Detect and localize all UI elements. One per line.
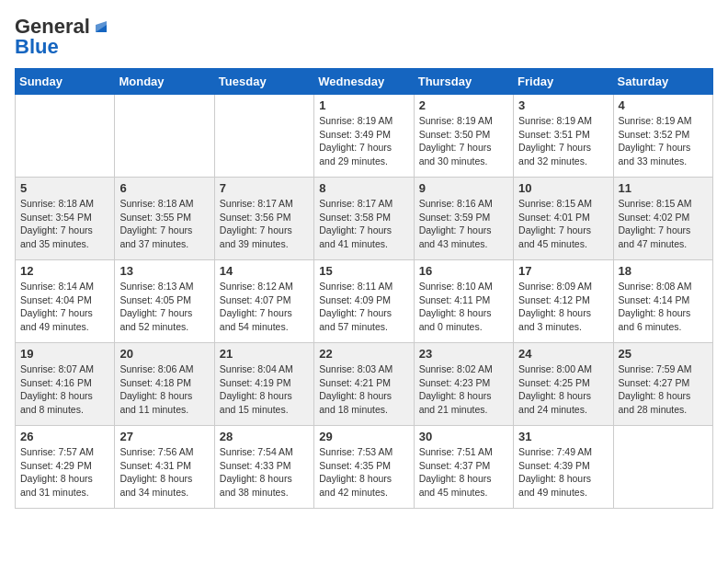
- calendar-day-cell: 13Sunrise: 8:13 AM Sunset: 4:05 PM Dayli…: [115, 260, 214, 343]
- calendar-day-cell: 5Sunrise: 8:18 AM Sunset: 3:54 PM Daylig…: [16, 178, 115, 260]
- calendar-day-cell: 1Sunrise: 8:19 AM Sunset: 3:49 PM Daylig…: [314, 95, 414, 178]
- day-info: Sunrise: 7:59 AM Sunset: 4:27 PM Dayligh…: [619, 362, 708, 417]
- day-number: 13: [119, 264, 209, 278]
- day-info: Sunrise: 8:02 AM Sunset: 4:23 PM Dayligh…: [419, 362, 508, 417]
- day-number: 22: [319, 347, 408, 361]
- day-number: 5: [20, 181, 109, 195]
- day-info: Sunrise: 7:57 AM Sunset: 4:29 PM Dayligh…: [20, 445, 109, 500]
- calendar-weekday-header: Wednesday: [314, 69, 414, 95]
- calendar-day-cell: 3Sunrise: 8:19 AM Sunset: 3:51 PM Daylig…: [514, 95, 613, 178]
- day-info: Sunrise: 8:09 AM Sunset: 4:12 PM Dayligh…: [518, 280, 608, 334]
- day-info: Sunrise: 7:49 AM Sunset: 4:39 PM Dayligh…: [518, 445, 608, 500]
- day-number: 25: [619, 347, 708, 361]
- calendar-weekday-header: Tuesday: [214, 69, 313, 95]
- calendar-day-cell: [115, 95, 214, 178]
- day-info: Sunrise: 8:11 AM Sunset: 4:09 PM Dayligh…: [319, 280, 408, 334]
- day-info: Sunrise: 8:18 AM Sunset: 3:55 PM Dayligh…: [119, 197, 209, 251]
- page-header: General Blue: [15, 15, 713, 59]
- logo-blue-text: Blue: [15, 35, 59, 59]
- day-info: Sunrise: 8:13 AM Sunset: 4:05 PM Dayligh…: [119, 280, 209, 334]
- day-number: 9: [419, 181, 508, 195]
- calendar-day-cell: 16Sunrise: 8:10 AM Sunset: 4:11 PM Dayli…: [414, 260, 513, 343]
- calendar-day-cell: 11Sunrise: 8:15 AM Sunset: 4:02 PM Dayli…: [613, 178, 712, 260]
- calendar-day-cell: 14Sunrise: 8:12 AM Sunset: 4:07 PM Dayli…: [214, 260, 313, 343]
- logo: General Blue: [15, 15, 110, 59]
- day-number: 31: [518, 430, 608, 443]
- day-number: 26: [20, 430, 109, 443]
- calendar-day-cell: 21Sunrise: 8:04 AM Sunset: 4:19 PM Dayli…: [214, 343, 313, 426]
- day-number: 20: [119, 347, 209, 361]
- calendar-day-cell: 25Sunrise: 7:59 AM Sunset: 4:27 PM Dayli…: [613, 343, 712, 426]
- day-info: Sunrise: 8:17 AM Sunset: 3:58 PM Dayligh…: [319, 197, 408, 251]
- day-info: Sunrise: 7:54 AM Sunset: 4:33 PM Dayligh…: [220, 445, 309, 500]
- day-number: 21: [220, 347, 309, 361]
- calendar-day-cell: 31Sunrise: 7:49 AM Sunset: 4:39 PM Dayli…: [514, 426, 613, 509]
- day-number: 6: [119, 181, 209, 195]
- calendar-day-cell: [214, 95, 313, 178]
- calendar-day-cell: [613, 426, 712, 509]
- calendar-weekday-header: Sunday: [16, 69, 115, 95]
- calendar-day-cell: [16, 95, 115, 178]
- day-info: Sunrise: 8:19 AM Sunset: 3:51 PM Dayligh…: [518, 114, 608, 168]
- calendar-week-row: 19Sunrise: 8:07 AM Sunset: 4:16 PM Dayli…: [16, 343, 713, 426]
- calendar-day-cell: 19Sunrise: 8:07 AM Sunset: 4:16 PM Dayli…: [16, 343, 115, 426]
- calendar-day-cell: 18Sunrise: 8:08 AM Sunset: 4:14 PM Dayli…: [613, 260, 712, 343]
- calendar-day-cell: 6Sunrise: 8:18 AM Sunset: 3:55 PM Daylig…: [115, 178, 214, 260]
- day-info: Sunrise: 8:19 AM Sunset: 3:50 PM Dayligh…: [419, 114, 508, 168]
- day-number: 30: [419, 430, 508, 443]
- day-info: Sunrise: 8:15 AM Sunset: 4:01 PM Dayligh…: [518, 197, 608, 251]
- day-number: 3: [518, 98, 608, 112]
- calendar-week-row: 1Sunrise: 8:19 AM Sunset: 3:49 PM Daylig…: [16, 95, 713, 178]
- day-info: Sunrise: 8:08 AM Sunset: 4:14 PM Dayligh…: [619, 280, 708, 334]
- day-info: Sunrise: 8:19 AM Sunset: 3:52 PM Dayligh…: [619, 114, 708, 168]
- day-info: Sunrise: 8:14 AM Sunset: 4:04 PM Dayligh…: [20, 280, 109, 334]
- calendar-day-cell: 2Sunrise: 8:19 AM Sunset: 3:50 PM Daylig…: [414, 95, 513, 178]
- day-number: 18: [619, 264, 708, 278]
- day-info: Sunrise: 8:10 AM Sunset: 4:11 PM Dayligh…: [419, 280, 508, 334]
- day-info: Sunrise: 8:07 AM Sunset: 4:16 PM Dayligh…: [20, 362, 109, 417]
- day-number: 8: [319, 181, 408, 195]
- logo-triangle-icon: [92, 17, 110, 36]
- calendar-day-cell: 20Sunrise: 8:06 AM Sunset: 4:18 PM Dayli…: [115, 343, 214, 426]
- day-number: 12: [20, 264, 109, 278]
- day-info: Sunrise: 8:18 AM Sunset: 3:54 PM Dayligh…: [20, 197, 109, 251]
- calendar-weekday-header: Thursday: [414, 69, 513, 95]
- day-number: 4: [619, 98, 708, 112]
- calendar-day-cell: 26Sunrise: 7:57 AM Sunset: 4:29 PM Dayli…: [16, 426, 115, 509]
- calendar-day-cell: 28Sunrise: 7:54 AM Sunset: 4:33 PM Dayli…: [214, 426, 313, 509]
- calendar-weekday-header: Saturday: [613, 69, 712, 95]
- calendar-day-cell: 10Sunrise: 8:15 AM Sunset: 4:01 PM Dayli…: [514, 178, 613, 260]
- day-number: 2: [419, 98, 508, 112]
- calendar-day-cell: 7Sunrise: 8:17 AM Sunset: 3:56 PM Daylig…: [214, 178, 313, 260]
- calendar-day-cell: 15Sunrise: 8:11 AM Sunset: 4:09 PM Dayli…: [314, 260, 414, 343]
- day-number: 7: [220, 181, 309, 195]
- day-number: 19: [20, 347, 109, 361]
- calendar-header-row: SundayMondayTuesdayWednesdayThursdayFrid…: [16, 69, 713, 95]
- day-info: Sunrise: 8:00 AM Sunset: 4:25 PM Dayligh…: [518, 362, 608, 417]
- day-info: Sunrise: 7:53 AM Sunset: 4:35 PM Dayligh…: [319, 445, 408, 500]
- calendar-day-cell: 24Sunrise: 8:00 AM Sunset: 4:25 PM Dayli…: [514, 343, 613, 426]
- day-info: Sunrise: 8:12 AM Sunset: 4:07 PM Dayligh…: [220, 280, 309, 334]
- calendar-table: SundayMondayTuesdayWednesdayThursdayFrid…: [15, 68, 713, 509]
- calendar-day-cell: 4Sunrise: 8:19 AM Sunset: 3:52 PM Daylig…: [613, 95, 712, 178]
- day-number: 23: [419, 347, 508, 361]
- day-number: 17: [518, 264, 608, 278]
- day-info: Sunrise: 8:19 AM Sunset: 3:49 PM Dayligh…: [319, 114, 408, 168]
- calendar-day-cell: 30Sunrise: 7:51 AM Sunset: 4:37 PM Dayli…: [414, 426, 513, 509]
- day-info: Sunrise: 8:17 AM Sunset: 3:56 PM Dayligh…: [220, 197, 309, 251]
- calendar-day-cell: 12Sunrise: 8:14 AM Sunset: 4:04 PM Dayli…: [16, 260, 115, 343]
- calendar-week-row: 5Sunrise: 8:18 AM Sunset: 3:54 PM Daylig…: [16, 178, 713, 260]
- day-info: Sunrise: 8:06 AM Sunset: 4:18 PM Dayligh…: [119, 362, 209, 417]
- day-number: 24: [518, 347, 608, 361]
- day-info: Sunrise: 8:03 AM Sunset: 4:21 PM Dayligh…: [319, 362, 408, 417]
- day-number: 14: [220, 264, 309, 278]
- calendar-weekday-header: Monday: [115, 69, 214, 95]
- day-info: Sunrise: 7:51 AM Sunset: 4:37 PM Dayligh…: [419, 445, 508, 500]
- day-number: 28: [220, 430, 309, 443]
- day-number: 1: [319, 98, 408, 112]
- day-number: 29: [319, 430, 408, 443]
- day-number: 27: [119, 430, 209, 443]
- day-info: Sunrise: 8:16 AM Sunset: 3:59 PM Dayligh…: [419, 197, 508, 251]
- day-info: Sunrise: 8:15 AM Sunset: 4:02 PM Dayligh…: [619, 197, 708, 251]
- day-number: 10: [518, 181, 608, 195]
